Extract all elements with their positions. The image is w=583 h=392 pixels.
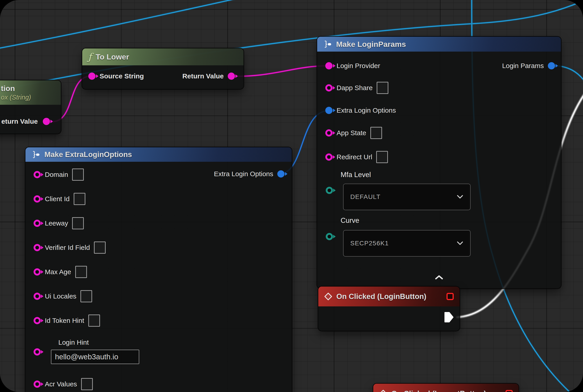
output-pin-extra-login-options[interactable]	[277, 170, 284, 178]
node-subtitle-fragment: ox (String)	[1, 94, 31, 101]
login-hint-input[interactable]	[51, 350, 139, 364]
event-icon	[324, 292, 332, 300]
leeway-value-box[interactable]	[72, 217, 84, 229]
pin-label-login-provider: Login Provider	[336, 62, 380, 70]
client-id-value-box[interactable]	[74, 193, 86, 205]
input-pin-id-token-hint[interactable]	[34, 317, 41, 324]
pin-label-login-params-out: Login Params	[502, 62, 544, 70]
pin-label-app-state: App State	[336, 129, 366, 137]
chevron-down-icon	[457, 242, 463, 245]
pin-label-return-value: Return Value	[182, 72, 224, 80]
input-pin-source-string[interactable]	[88, 72, 96, 80]
input-pin-redirect-url[interactable]	[325, 154, 332, 161]
pin-label-domain: Domain	[45, 171, 68, 178]
input-pin-login-provider[interactable]	[325, 62, 332, 70]
output-pin-return-value[interactable]	[228, 72, 235, 80]
node-get-text-partial[interactable]: tion ox (String) eturn Value	[0, 80, 61, 134]
output-pin-return-value[interactable]	[43, 118, 50, 125]
input-pin-curve[interactable]	[326, 233, 333, 240]
pin-label-source-string: Source String	[100, 72, 144, 80]
input-pin-extra-login-options[interactable]	[325, 107, 332, 114]
pin-label-acr-values: Acr Values	[45, 380, 77, 388]
input-pin-login-hint[interactable]	[34, 348, 41, 356]
node-title: On Clicked (LogoutButton)	[391, 389, 486, 392]
input-pin-acr-values[interactable]	[34, 380, 41, 388]
pin-label-mfa-level: Mfa Level	[340, 171, 371, 179]
pin-label-dapp-share: Dapp Share	[336, 84, 372, 92]
pin-label-verifier-id-field: Verifier Id Field	[45, 244, 90, 252]
pin-label-max-age: Max Age	[45, 268, 71, 276]
output-pin-login-params[interactable]	[548, 62, 555, 70]
node-make-extra-login-options[interactable]: Make ExtraLoginOptions Domain Client Id …	[26, 147, 292, 392]
input-pin-mfa-level[interactable]	[326, 187, 333, 194]
input-pin-dapp-share[interactable]	[325, 84, 332, 92]
verifier-id-field-value-box[interactable]	[94, 242, 106, 254]
id-token-hint-value-box[interactable]	[88, 314, 100, 327]
pin-label-curve: Curve	[340, 216, 359, 224]
curve-value: SECP256K1	[350, 240, 389, 247]
max-age-value-box[interactable]	[75, 266, 87, 278]
pin-label-login-hint: Login Hint	[58, 338, 89, 346]
function-icon: ƒ	[88, 52, 92, 62]
mfa-level-value: DEFAULT	[350, 193, 380, 200]
exec-output-pin[interactable]	[444, 312, 454, 322]
node-title: Make LoginParams	[336, 40, 406, 49]
acr-values-value-box[interactable]	[81, 378, 93, 390]
chevron-down-icon	[457, 195, 463, 199]
node-on-clicked-logoutbutton[interactable]: On Clicked (LogoutButton)	[373, 384, 518, 392]
event-icon	[379, 390, 387, 392]
redirect-url-value-box[interactable]	[376, 151, 388, 163]
dapp-share-value-box[interactable]	[377, 82, 388, 94]
domain-value-box[interactable]	[72, 168, 84, 181]
pin-label-id-token-hint: Id Token Hint	[45, 317, 84, 324]
mfa-level-dropdown[interactable]: DEFAULT	[343, 184, 470, 210]
app-state-value-box[interactable]	[370, 127, 382, 139]
pin-label-extra-login-options: Extra Login Options	[336, 106, 396, 114]
delegate-pin-icon[interactable]	[446, 293, 454, 300]
curve-dropdown[interactable]: SECP256K1	[343, 230, 470, 256]
blueprint-graph-canvas[interactable]: tion ox (String) eturn Value ƒ To Lower …	[0, 0, 583, 392]
pin-label-ui-locales: Ui Locales	[45, 292, 76, 300]
input-pin-verifier-id-field[interactable]	[34, 244, 41, 251]
node-title: Make ExtraLoginOptions	[44, 150, 132, 159]
make-struct-icon	[323, 40, 332, 48]
node-on-clicked-loginbutton[interactable]: On Clicked (LoginButton)	[318, 286, 460, 331]
pin-label-extra-login-options-out: Extra Login Options	[214, 170, 273, 178]
pin-label-client-id: Client Id	[45, 195, 70, 203]
delegate-pin-icon[interactable]	[506, 390, 513, 392]
wire-blue-top-steep	[0, 0, 249, 49]
wire-tolower-to-login-provider	[231, 66, 328, 76]
node-title: To Lower	[96, 52, 129, 61]
node-make-login-params[interactable]: Make LoginParams Login Provider Dapp Sha…	[317, 37, 561, 288]
input-pin-client-id[interactable]	[34, 195, 41, 202]
pin-label-return-value-fragment: eturn Value	[1, 118, 38, 125]
ui-locales-value-box[interactable]	[80, 290, 92, 302]
node-title-fragment: tion	[1, 84, 15, 93]
collapse-node-chevron-icon[interactable]	[435, 275, 443, 280]
input-pin-max-age[interactable]	[34, 268, 41, 276]
input-pin-app-state[interactable]	[325, 129, 332, 136]
node-title: On Clicked (LoginButton)	[336, 292, 426, 301]
pin-label-leeway: Leeway	[45, 220, 68, 227]
input-pin-ui-locales[interactable]	[34, 293, 41, 300]
make-struct-icon	[31, 151, 40, 158]
pin-label-redirect-url: Redirect Url	[336, 153, 372, 161]
input-pin-domain[interactable]	[34, 171, 41, 178]
node-to-lower[interactable]: ƒ To Lower Source String Return Value	[82, 48, 244, 89]
input-pin-leeway[interactable]	[34, 220, 41, 227]
